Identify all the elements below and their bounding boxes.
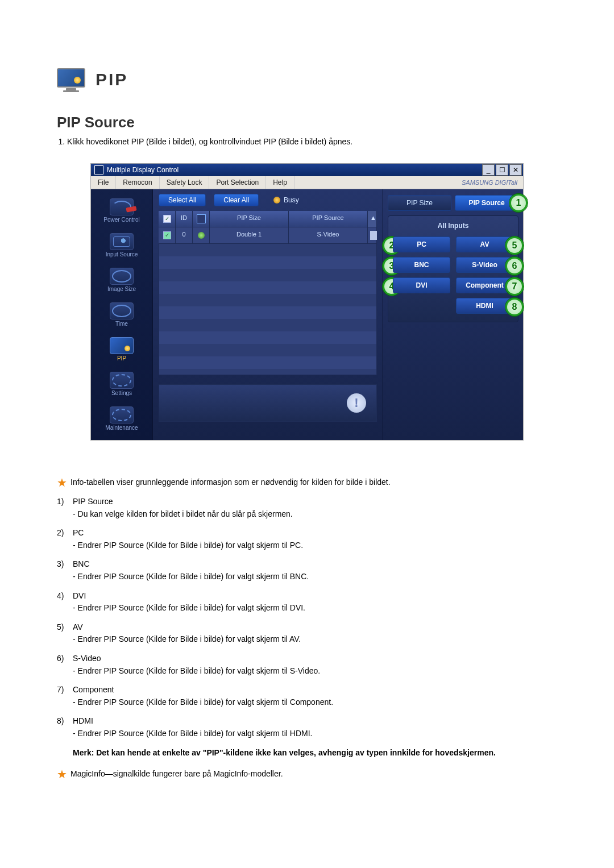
- image-size-icon: [110, 268, 134, 285]
- note-item: 4)DVI- Endrer PIP Source (Kilde for Bild…: [57, 591, 557, 614]
- all-inputs-panel: All Inputs 2 PC AV 5 3 BNC S-Video 6: [388, 215, 518, 322]
- clear-all-button[interactable]: Clear All: [214, 194, 259, 206]
- busy-label: Busy: [284, 196, 299, 204]
- menu-remocon[interactable]: Remocon: [116, 176, 159, 189]
- busy-indicator: Busy: [273, 196, 299, 204]
- row-pip-source: S-Video: [289, 227, 368, 244]
- sidebar: Power Control Input Source Image Size Ti…: [91, 189, 152, 440]
- header-pip-source: PIP Source: [289, 211, 368, 227]
- app-title: Multiple Display Control: [107, 166, 179, 174]
- star-icon: ★: [57, 768, 67, 780]
- sidebar-label-time: Time: [115, 321, 128, 327]
- menu-file[interactable]: File: [91, 176, 116, 189]
- sidebar-item-settings[interactable]: Settings: [96, 368, 148, 400]
- menubar: File Remocon Safety Lock Port Selection …: [91, 176, 523, 189]
- menu-port-selection[interactable]: Port Selection: [209, 176, 266, 189]
- sidebar-item-input-source[interactable]: Input Source: [96, 230, 148, 261]
- sidebar-item-image-size[interactable]: Image Size: [96, 264, 148, 296]
- page-title: PIP: [96, 70, 128, 89]
- busy-dot-icon: [273, 197, 280, 203]
- brand-label: SAMSUNG DIGITall: [462, 179, 523, 186]
- header-checkbox[interactable]: [159, 211, 176, 227]
- note-item: 5)AV- Endrer PIP Source (Kilde for Bilde…: [57, 622, 557, 645]
- sidebar-item-power-control[interactable]: Power Control: [96, 195, 148, 226]
- page-subtitle: PIP Source: [57, 114, 557, 131]
- sidebar-label-image: Image Size: [107, 286, 136, 292]
- app-window: Multiple Display Control _ ☐ ✕ File Remo…: [90, 163, 524, 441]
- note-item: 3)BNC- Endrer PIP Source (Kilde for Bild…: [57, 559, 557, 582]
- display-table: ID PIP Size PIP Source ▲ 0 Double 1 S-Vi…: [159, 211, 377, 375]
- note-merk: Merk: Det kan hende at enkelte av "PIP"-…: [57, 747, 557, 759]
- sidebar-label-power: Power Control: [103, 217, 139, 223]
- select-all-button[interactable]: Select All: [159, 194, 206, 206]
- callout-6: 6: [505, 257, 524, 275]
- input-dvi-button[interactable]: DVI: [393, 277, 450, 293]
- maintenance-icon: [110, 406, 134, 423]
- titlebar: Multiple Display Control _ ☐ ✕: [91, 164, 523, 176]
- note-item: 8)HDMI- Endrer PIP Source (Kilde for Bil…: [57, 716, 557, 739]
- intro-line-1: Klikk hovedikonet PIP (Bilde i bildet), …: [67, 137, 557, 146]
- input-source-icon: [110, 233, 134, 250]
- input-hdmi-button[interactable]: HDMI: [456, 298, 513, 314]
- warning-icon: !: [347, 393, 366, 413]
- header-pip-size: PIP Size: [210, 211, 289, 227]
- note-item: 1)PIP Source- Du kan velge kilden for bi…: [57, 496, 557, 520]
- row-checkbox[interactable]: [159, 227, 176, 244]
- callout-1: 1: [509, 194, 528, 212]
- pip-section-icon: [57, 68, 85, 91]
- note-item: 6)S-Video- Endrer PIP Source (Kilde for …: [57, 653, 557, 676]
- callout-8: 8: [505, 298, 524, 316]
- menu-help[interactable]: Help: [266, 176, 294, 189]
- sidebar-label-input: Input Source: [106, 251, 138, 258]
- settings-icon: [110, 372, 134, 389]
- time-icon: [110, 302, 134, 319]
- row-status: [193, 227, 210, 244]
- note-item: 2)PC- Endrer PIP Source (Kilde for Bilde…: [57, 528, 557, 551]
- sidebar-label-settings: Settings: [111, 390, 132, 396]
- row-pip-size: Double 1: [210, 227, 289, 244]
- sidebar-label-pip: PIP: [117, 355, 126, 362]
- right-panel: PIP Size PIP Source 1 All Inputs 2 PC AV…: [383, 189, 523, 440]
- sidebar-item-time[interactable]: Time: [96, 299, 148, 330]
- note-star-1: ★Info-tabellen viser grunnleggende infor…: [57, 475, 557, 491]
- input-pc-button[interactable]: PC: [393, 236, 450, 252]
- callout-5: 5: [505, 236, 524, 255]
- maximize-button[interactable]: ☐: [496, 164, 508, 176]
- star-icon: ★: [57, 476, 67, 489]
- scrollbar-thumb[interactable]: [368, 227, 377, 244]
- input-bnc-button[interactable]: BNC: [393, 257, 450, 273]
- sidebar-label-maint: Maintenance: [105, 425, 138, 431]
- note-item: 7)Component- Endrer PIP Source (Kilde fo…: [57, 684, 557, 708]
- header-id: ID: [176, 211, 193, 227]
- input-svideo-button[interactable]: S-Video: [456, 257, 513, 273]
- sidebar-item-maintenance[interactable]: Maintenance: [96, 403, 148, 434]
- power-icon: [110, 198, 134, 215]
- pip-icon: [110, 337, 134, 354]
- sidebar-item-pip[interactable]: PIP: [96, 334, 148, 365]
- row-id: 0: [176, 227, 193, 244]
- header-status-icon: [193, 211, 210, 227]
- input-component-button[interactable]: Component: [456, 277, 513, 293]
- panel-title: All Inputs: [393, 222, 513, 230]
- app-icon: [94, 165, 103, 175]
- note-star-2: ★MagicInfo—signalkilde fungerer bare på …: [57, 766, 557, 782]
- callout-7: 7: [505, 277, 524, 296]
- menu-safety-lock[interactable]: Safety Lock: [160, 176, 210, 189]
- tab-pip-size[interactable]: PIP Size: [388, 195, 451, 211]
- table-empty-rows: [159, 244, 377, 375]
- status-bar: !: [159, 384, 377, 422]
- scroll-up-button[interactable]: ▲: [368, 211, 377, 227]
- close-button[interactable]: ✕: [509, 164, 522, 176]
- minimize-button[interactable]: _: [482, 164, 495, 176]
- input-av-button[interactable]: AV: [456, 236, 513, 252]
